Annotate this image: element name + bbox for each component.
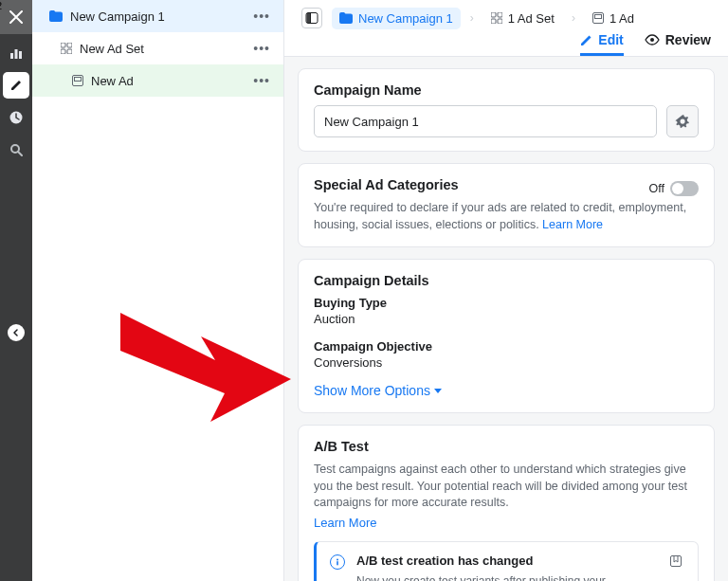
- card-campaign-details: Campaign Details Buying Type Auction Cam…: [298, 259, 715, 413]
- tab-review[interactable]: Review: [645, 32, 711, 56]
- toggle-label: Off: [649, 182, 664, 195]
- notice-text: Now you create test variants after publi…: [356, 573, 658, 582]
- structure-tree: New Campaign 1 ••• New Ad Set ••• New Ad…: [32, 0, 284, 581]
- svg-rect-14: [307, 13, 311, 23]
- crumb-label: 1 Ad Set: [508, 11, 555, 26]
- card-desc: You're required to declare if your ads a…: [314, 201, 686, 231]
- buying-type-value: Auction: [314, 312, 699, 326]
- ab-test-notice: A/B test creation has changed Now you cr…: [314, 541, 699, 582]
- svg-rect-1: [15, 49, 18, 59]
- tree-item-label: New Campaign 1: [70, 9, 249, 24]
- tab-edit[interactable]: Edit: [580, 32, 623, 56]
- content-scroll: Campaign Name Special Ad Categories Off: [284, 57, 728, 581]
- adset-icon: [61, 43, 72, 54]
- show-more-options[interactable]: Show More Options: [314, 383, 442, 398]
- rail-chart-icon[interactable]: [3, 40, 29, 66]
- tree-item-label: New Ad Set: [80, 42, 249, 56]
- tree-item-label: New Ad: [91, 74, 249, 88]
- svg-rect-17: [491, 19, 496, 24]
- rail-search-icon[interactable]: [3, 136, 29, 163]
- campaign-name-input[interactable]: [314, 105, 657, 137]
- adset-icon: [491, 12, 502, 24]
- card-special-categories: Special Ad Categories Off You're require…: [298, 163, 715, 247]
- card-heading: A/B Test: [314, 439, 699, 454]
- card-desc: Test campaigns against each other to und…: [314, 463, 687, 509]
- close-button[interactable]: [0, 0, 32, 34]
- special-toggle[interactable]: Off: [649, 181, 699, 196]
- bookmark-icon[interactable]: [669, 554, 684, 570]
- tree-item-menu[interactable]: •••: [249, 9, 274, 24]
- svg-rect-0: [10, 53, 13, 59]
- tree-item-menu[interactable]: •••: [249, 73, 274, 88]
- campaign-settings-button[interactable]: [666, 105, 699, 137]
- crumb-ad[interactable]: 1 Ad: [585, 8, 642, 29]
- info-icon: [330, 554, 345, 570]
- main-panel: New Campaign 1 › 1 Ad Set › 1 Ad: [284, 0, 728, 581]
- folder-icon: [49, 10, 63, 22]
- switch-icon: [670, 181, 699, 196]
- buying-type-label: Buying Type: [314, 296, 699, 310]
- tree-item-menu[interactable]: •••: [249, 41, 274, 56]
- tree-item-adset[interactable]: New Ad Set •••: [32, 32, 283, 64]
- tab-bar: Edit Review: [580, 32, 711, 56]
- tree-item-ad[interactable]: New Ad •••: [32, 64, 283, 97]
- topbar: New Campaign 1 › 1 Ad Set › 1 Ad: [284, 0, 728, 57]
- notice-title: A/B test creation has changed: [356, 554, 658, 568]
- svg-rect-20: [594, 15, 601, 19]
- svg-rect-9: [67, 49, 72, 54]
- tree-item-campaign[interactable]: New Campaign 1 •••: [32, 0, 283, 32]
- card-heading: Campaign Details: [314, 273, 699, 288]
- crumb-campaign[interactable]: New Campaign 1: [332, 8, 461, 29]
- learn-more-link[interactable]: Learn More: [542, 218, 603, 231]
- svg-rect-15: [491, 12, 496, 17]
- tab-label: Edit: [598, 32, 623, 47]
- breadcrumb: New Campaign 1 › 1 Ad Set › 1 Ad: [301, 4, 711, 32]
- rail-edit-icon[interactable]: [3, 72, 29, 99]
- svg-rect-8: [61, 49, 65, 54]
- folder-icon: [339, 12, 353, 24]
- svg-rect-23: [337, 561, 338, 566]
- svg-rect-2: [19, 51, 22, 59]
- svg-rect-7: [67, 43, 72, 47]
- svg-point-21: [650, 38, 654, 42]
- eye-icon: [645, 34, 660, 45]
- card-heading: Special Ad Categories: [314, 177, 459, 192]
- gear-icon: [675, 114, 690, 129]
- tab-label: Review: [665, 32, 711, 47]
- chevron-down-icon: [434, 389, 442, 393]
- learn-more-link[interactable]: Learn More: [314, 516, 699, 530]
- svg-rect-18: [498, 19, 502, 24]
- svg-rect-11: [75, 78, 82, 82]
- objective-label: Campaign Objective: [314, 339, 699, 354]
- show-more-label: Show More Options: [314, 383, 430, 398]
- objective-value: Conversions: [314, 355, 699, 370]
- card-ab-test: A/B Test Test campaigns against each oth…: [298, 425, 715, 581]
- crumb-label: New Campaign 1: [358, 11, 453, 26]
- ad-icon: [72, 75, 83, 86]
- svg-line-5: [18, 152, 22, 155]
- ad-icon: [592, 12, 604, 24]
- crumb-sep: ›: [572, 11, 575, 25]
- rail-expand-icon[interactable]: [8, 324, 25, 341]
- svg-rect-16: [498, 12, 502, 17]
- crumb-adset[interactable]: 1 Ad Set: [483, 8, 562, 29]
- crumb-label: 1 Ad: [610, 11, 634, 26]
- card-campaign-name: Campaign Name: [298, 68, 715, 152]
- panel-toggle-button[interactable]: [301, 8, 322, 28]
- pencil-icon: [580, 34, 592, 46]
- svg-rect-6: [61, 43, 65, 47]
- rail-edge-text: 22: [0, 0, 2, 11]
- crumb-sep: ›: [470, 11, 474, 25]
- card-heading: Campaign Name: [314, 82, 699, 98]
- rail-clock-icon[interactable]: [3, 104, 29, 131]
- left-rail: 22: [0, 0, 32, 581]
- svg-point-22: [337, 558, 338, 560]
